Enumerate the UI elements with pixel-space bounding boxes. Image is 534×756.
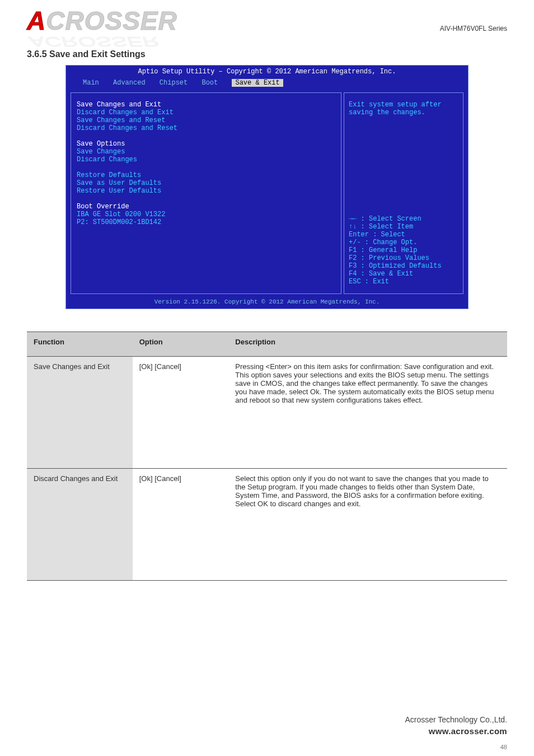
bios-menu-item[interactable]: Save Changes and Reset xyxy=(77,116,335,124)
bios-nav-hint: F3 : Optimized Defaults xyxy=(349,262,458,270)
table-header-function: Function xyxy=(27,332,133,357)
bios-tab-main[interactable]: Main xyxy=(83,79,99,87)
bios-menu-group-header: Boot Override xyxy=(77,203,335,211)
bios-menu-item[interactable]: Discard Changes and Reset xyxy=(77,124,335,132)
function-table: Function Option Description Save Changes… xyxy=(27,332,507,581)
footer-company: Acrosser Technology Co.,Ltd. xyxy=(405,715,507,724)
footer-url: www.acrosser.com xyxy=(405,726,507,736)
table-cell-option: [Ok] [Cancel] xyxy=(133,357,229,469)
bios-header: Aptio Setup Utility – Copyright © 2012 A… xyxy=(66,66,468,78)
table-cell-function: Save Changes and Exit xyxy=(27,357,133,469)
bios-menu-item[interactable]: Discard Changes xyxy=(77,156,335,164)
bios-menu-group-header: Save Options xyxy=(77,140,335,148)
bios-menu-item[interactable]: P2: ST500DM002-1BD142 xyxy=(77,218,335,226)
bios-nav-hint: Enter : Select xyxy=(349,231,458,239)
bios-menu-item[interactable]: Save as User Defaults xyxy=(77,179,335,187)
table-cell-description: Select this option only if you do not wa… xyxy=(228,469,507,581)
section-heading: 3.6.5 Save and Exit Settings xyxy=(27,49,507,59)
bios-nav-hints: →← : Select Screen ↑↓ : Select Item Ente… xyxy=(349,215,458,286)
bios-menu-item[interactable]: Restore User Defaults xyxy=(77,187,335,195)
bios-menu-item[interactable]: Save Changes xyxy=(77,148,335,156)
bios-tab-chipset[interactable]: Chipset xyxy=(160,79,188,87)
table-cell-description: Pressing <Enter> on this item asks for c… xyxy=(228,357,507,469)
bios-menu-item[interactable]: Discard Changes and Exit xyxy=(77,109,335,116)
bios-nav-hint: F4 : Save & Exit xyxy=(349,270,458,278)
bios-menu-item[interactable]: IBA GE Slot 0200 V1322 xyxy=(77,211,335,218)
bios-screenshot: Aptio Setup Utility – Copyright © 2012 A… xyxy=(65,65,469,309)
bios-menu: Save Changes and Exit Discard Changes an… xyxy=(71,92,341,294)
bios-menu-item[interactable]: Restore Defaults xyxy=(77,171,335,179)
table-header-option: Option xyxy=(133,332,229,357)
table-row: Discard Changes and Exit [Ok] [Cancel] S… xyxy=(27,469,507,581)
page-footer: Acrosser Technology Co.,Ltd. www.acrosse… xyxy=(405,715,507,736)
bios-nav-hint: →← : Select Screen xyxy=(349,215,458,223)
bios-help-text: Exit system setup after saving the chang… xyxy=(349,101,458,116)
brand-logo: ACROSSER ACROSSER xyxy=(27,6,507,49)
bios-tab-save-exit[interactable]: Save & Exit xyxy=(232,79,283,87)
table-header-description: Description xyxy=(228,332,507,357)
table-cell-option: [Ok] [Cancel] xyxy=(133,469,229,581)
table-cell-function: Discard Changes and Exit xyxy=(27,469,133,581)
table-row: Save Changes and Exit [Ok] [Cancel] Pres… xyxy=(27,357,507,469)
bios-footer: Version 2.15.1226. Copyright © 2012 Amer… xyxy=(66,296,468,309)
bios-tab-boot[interactable]: Boot xyxy=(202,79,218,87)
bios-menu-item[interactable]: Save Changes and Exit xyxy=(77,101,335,109)
bios-nav-hint: ↑↓ : Select Item xyxy=(349,223,458,231)
bios-tab-advanced[interactable]: Advanced xyxy=(113,79,146,87)
bios-nav-hint: F2 : Previous Values xyxy=(349,254,458,262)
bios-nav-hint: F1 : General Help xyxy=(349,246,458,254)
page-number: 48 xyxy=(500,744,507,750)
bios-help-panel: Exit system setup after saving the chang… xyxy=(344,92,463,294)
bios-nav-hint: ESC : Exit xyxy=(349,278,458,286)
bios-tabs: Main Advanced Chipset Boot Save & Exit xyxy=(66,78,468,90)
bios-nav-hint: +/- : Change Opt. xyxy=(349,239,458,246)
